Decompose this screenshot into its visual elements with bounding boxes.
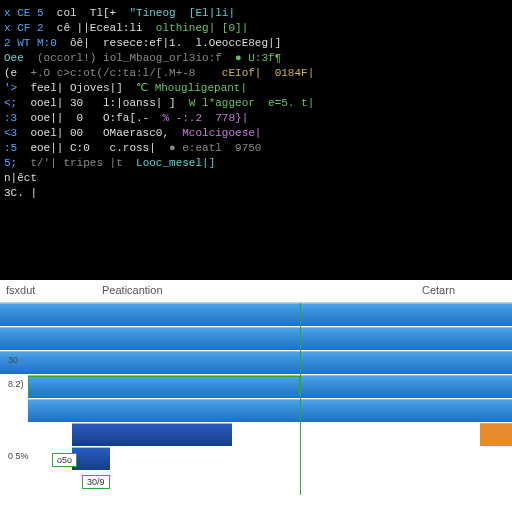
value-callout: 30/9 xyxy=(82,475,110,489)
value-callout: o5o xyxy=(52,453,77,467)
terminal-line: Oee (occorl!) iol_Mbaog_orl3io:f ● U:3f¶ xyxy=(4,51,508,66)
terminal-line: (e +.O c>c:ot(/c:ta:l/[.M+-8 cEIof| 0184… xyxy=(4,66,508,81)
timeline-row[interactable] xyxy=(0,423,512,447)
timeline-bar[interactable] xyxy=(28,399,512,422)
terminal-line: <; ooel| 30 l:|oanss| ] W l*aggeor e=5. … xyxy=(4,96,508,111)
row-tick: 8.2) xyxy=(8,379,24,389)
timeline-bar[interactable] xyxy=(0,303,512,326)
timeline-bar[interactable] xyxy=(0,327,512,350)
timeline-bar[interactable] xyxy=(72,447,110,470)
header-col-2[interactable]: Peaticantion xyxy=(96,280,416,302)
timeline-rows[interactable]: 308.2)0 5%o5o30/9 xyxy=(0,303,512,495)
terminal-line: '> feel| Ojoves|] ℃ Mhougligepant| xyxy=(4,81,508,96)
profiler-header: fsxdut Peaticantion Cetarn xyxy=(0,280,512,303)
row-tick: 0 5% xyxy=(8,451,29,461)
timeline-row[interactable]: 30 xyxy=(0,351,512,375)
timeline-row[interactable] xyxy=(0,399,512,423)
terminal-line: x CE 5 col Tl[+ "Tineog [El|li| xyxy=(4,6,508,21)
timeline-bar[interactable] xyxy=(480,423,512,446)
terminal-line: :3 ooe|| 0 O:fa[.- % -:.2 778}| xyxy=(4,111,508,126)
timeline-row[interactable] xyxy=(0,327,512,351)
terminal-line: 3C. | xyxy=(4,186,508,201)
profiler-panel[interactable]: fsxdut Peaticantion Cetarn 308.2)0 5%o5o… xyxy=(0,280,512,512)
timeline-bar[interactable] xyxy=(28,376,300,396)
playhead-line[interactable] xyxy=(300,303,301,495)
terminal-line: 5; t/'| tripes |t Looc_mesel|] xyxy=(4,156,508,171)
header-col-3[interactable]: Cetarn xyxy=(416,280,512,302)
row-tick: 30 xyxy=(8,355,18,365)
terminal-line: x CF 2 cê ||Eceal:li olthineg| [0]| xyxy=(4,21,508,36)
terminal-line: n|êct xyxy=(4,171,508,186)
timeline-bar[interactable] xyxy=(0,351,512,374)
timeline-row[interactable] xyxy=(0,303,512,327)
timeline-bar[interactable] xyxy=(72,423,232,446)
terminal-pane[interactable]: x CE 5 col Tl[+ "Tineog [El|li|x CF 2 cê… xyxy=(0,0,512,280)
header-col-1[interactable]: fsxdut xyxy=(0,280,96,302)
terminal-line: <3 ooel| 00 OMaerasc0, Mcolcigoese| xyxy=(4,126,508,141)
terminal-line: :5 eoe|| C:0 c.ross| ● e:eatl 9750 xyxy=(4,141,508,156)
timeline-row[interactable] xyxy=(0,471,512,495)
terminal-line: 2 WT M:0 ôê| resece:ef|1. l.OeoccE8eg|] xyxy=(4,36,508,51)
timeline-row[interactable]: 8.2) xyxy=(0,375,512,399)
